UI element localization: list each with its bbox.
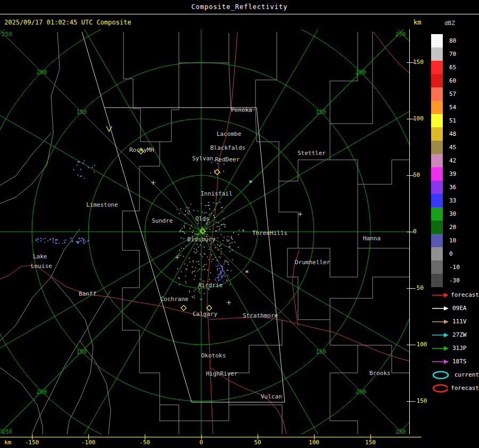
city-label: Hanna [363,235,381,242]
radar-plot[interactable]: 150150150150200200200200250250250250Pono… [0,29,410,434]
colorbar-row: 45 [431,141,479,154]
road-line [210,368,286,434]
road-line [374,32,410,74]
legend-arrow-icon [431,291,448,299]
colorbar-row: 65 [431,61,479,74]
colorbar-swatch [431,260,443,274]
colorbar-swatch [431,101,443,114]
legend-label: 111V [452,318,467,325]
right-axis-label: -100 [413,341,427,348]
boundary-layer [0,32,410,434]
colorbar-title: dBZ [444,20,455,27]
road-line [209,317,410,361]
colorbar-row: 39 [431,167,479,181]
colorbar-swatch [431,167,443,181]
city-label: Cochrane [160,296,188,303]
colorbar-value: 57 [449,91,456,97]
bottom-axis-label: 0 [200,439,203,446]
bottom-axis-label: 100 [309,439,319,446]
city-label: Louise [31,263,52,270]
city-label: Sundre [152,217,173,224]
boundary-line [179,32,229,63]
legend-label: 09EA [452,305,467,312]
sidebar: dBZ 807065605754514845423936333020100-10… [431,14,479,448]
legend-label: 31JP [452,345,467,352]
colorbar-row: 0 [431,247,479,260]
range-label: 250 [395,428,406,434]
boundary-line [32,290,111,434]
city-label: Ponoka [231,107,252,113]
city-label: Lacombe [217,131,241,137]
colorbar-value: 33 [449,197,456,204]
city-label: Strathmore [243,312,278,319]
boundary-line [229,32,277,110]
legend-label: 27ZW [452,331,467,338]
title-bar: Composite_Reflectivity [0,0,479,14]
colorbar-value: 54 [449,104,456,111]
colorbar-row: 48 [431,127,479,141]
timestamp-label: 2025/09/17 01:02:45 UTC Composite [4,19,131,26]
colorbar-value: 39 [449,170,456,177]
coverage-outline [82,32,192,402]
right-axis-label: -150 [413,397,427,405]
radial-line [0,87,201,232]
city-label: Limestone [86,201,118,208]
boundary-line [51,277,93,434]
city-label: RedDeer [215,156,240,163]
colorbar-swatch [431,207,443,221]
legend-arrow-icon [431,318,449,325]
colorbar-row: 10 [431,234,479,247]
boundary-line [0,133,51,185]
colorbar-value: 42 [449,157,456,164]
colorbar-row: 80 [431,34,479,47]
legend-item: forecast [431,381,479,395]
boundary-line [0,32,60,203]
colorbar-row: 51 [431,114,479,127]
legend-item: forecast [431,288,479,302]
range-label: 150 [316,348,326,355]
radial-line [56,29,202,232]
bottom-axis-label: -100 [81,439,96,446]
colorbar-value: 45 [449,144,456,151]
colorbar-swatch [431,221,443,234]
radar-site-marker [181,305,186,311]
legend-arrow-icon [431,305,449,312]
boundary-line [330,160,410,184]
legend-arrow-icon [431,358,449,365]
legend-label: forecast [451,385,479,392]
bottom-axis-units-label: km [4,439,11,446]
right-axis-units-label: km [414,19,421,26]
city-label: Stettler [298,150,326,157]
colorbar-swatch [431,61,443,74]
window-title: Composite_Reflectivity [192,3,288,11]
colorbar-row: 54 [431,101,479,114]
bottom-axis-label: 50 [254,439,261,446]
legend-ellipse-icon [431,370,451,380]
boundary-line [0,229,80,341]
city-label-layer: PonokaLacombeBlackfaldsRedDeerSylvanStet… [31,107,391,400]
city-label: HighRiver [206,370,238,377]
legend-item: 111V [431,315,479,328]
road-line [0,265,208,317]
colorbar-swatch [431,34,443,47]
boundary-line [298,277,410,320]
star-marker: * [249,178,253,186]
right-axis-label: 150 [413,59,424,66]
colorbar-swatch [431,154,443,167]
colorbar-row: -30 [431,274,479,287]
colorbar-value: -10 [449,264,460,271]
colorbar-value: 65 [449,64,456,71]
city-label: Calgary [193,311,218,317]
city-label: Sylvan [192,155,213,162]
range-label: 200 [356,69,366,76]
city-label: Banff [79,290,96,297]
boundary-line [330,32,358,124]
right-axis-label: 0 [413,228,417,235]
legend-item: 31JP [431,341,479,355]
radar-app-window: Composite_Reflectivity 2025/09/17 01:02:… [0,0,479,448]
colorbar-swatch [431,141,443,154]
colorbar-swatch [431,47,443,61]
colorbar-swatch [431,127,443,141]
legend-item: current [431,368,479,381]
range-label: 200 [36,69,47,76]
